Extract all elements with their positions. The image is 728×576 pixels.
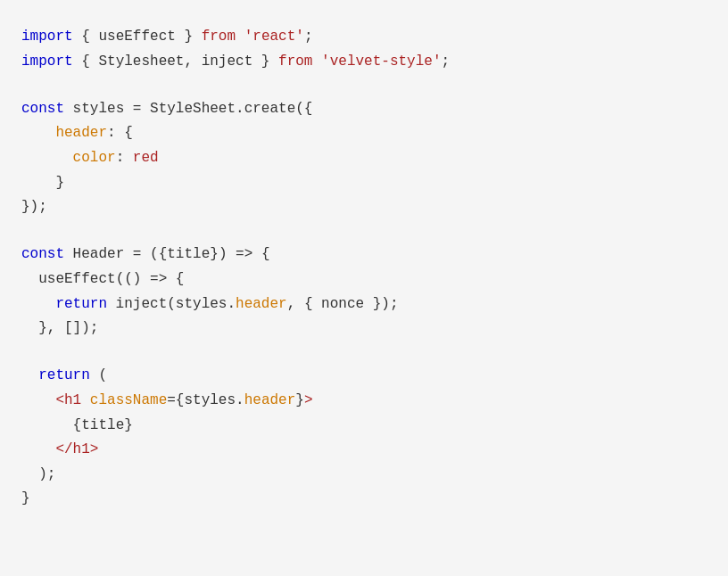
identifier-token: styles — [184, 392, 236, 408]
punctuation-token: { — [73, 417, 82, 433]
string-token: 'react' — [244, 29, 304, 45]
blank-line — [21, 74, 707, 97]
punctuation-token — [81, 392, 90, 408]
from-keyword-token: from — [202, 29, 236, 45]
blank-line — [21, 220, 707, 243]
punctuation-token — [236, 29, 244, 45]
identifier-token: useEffect — [38, 271, 115, 287]
code-line: useEffect(() => { — [21, 267, 707, 292]
from-keyword-token: from — [278, 53, 312, 70]
punctuation-token: } — [176, 29, 202, 45]
return-keyword-token: return — [55, 296, 107, 312]
indent6-token — [21, 417, 73, 433]
punctuation-token: ={ — [167, 392, 184, 408]
code-line: return ( — [21, 364, 707, 389]
identifier-token: styles = — [64, 101, 150, 117]
punctuation-token: }); — [21, 199, 47, 215]
punctuation-token: . — [227, 296, 236, 312]
identifier-token: useEffect — [98, 29, 175, 45]
code-line: import { Stylesheet, inject } from 'velv… — [21, 50, 707, 75]
indent4-token — [21, 441, 55, 457]
code-line: ); — [21, 463, 707, 488]
prop-value-token: red — [133, 150, 159, 166]
punctuation-token: ({ — [295, 101, 312, 117]
punctuation-token: } — [295, 392, 304, 408]
punctuation-token: { — [73, 53, 99, 70]
identifier-token: nonce — [321, 296, 364, 312]
indent2-token — [21, 466, 38, 482]
string-token: 'velvet-style' — [321, 53, 441, 70]
identifier-token: ) => { — [219, 246, 270, 262]
indent4-token — [21, 175, 55, 191]
code-line: import { useEffect } from 'react'; — [21, 25, 707, 50]
punctuation-token: } — [252, 53, 278, 70]
punctuation-token: . — [236, 392, 244, 408]
punctuation-token: }); — [364, 296, 398, 312]
code-line: }); — [21, 195, 707, 220]
identifier-token: StyleSheet — [150, 101, 236, 117]
identifier-token: inject — [202, 53, 253, 70]
indent2-token — [21, 271, 38, 287]
punctuation-token — [312, 53, 321, 70]
code-line: </h1> — [21, 438, 707, 463]
punctuation-token: } — [55, 175, 64, 191]
code-line: header: { — [21, 121, 707, 146]
prop-key-token: header — [55, 125, 107, 141]
identifier-token: title — [81, 417, 124, 433]
punctuation-token: ( — [167, 296, 176, 312]
punctuation-token: , — [184, 53, 201, 70]
punctuation-token: ; — [304, 29, 313, 45]
punctuation-token: . — [236, 101, 244, 117]
const-keyword-token: const — [21, 246, 64, 262]
code-line: {title} — [21, 414, 707, 439]
prop-key-token: color — [73, 150, 116, 166]
punctuation-token: ; — [442, 53, 451, 70]
punctuation-token: ( — [116, 271, 125, 287]
punctuation-token: , { — [287, 296, 321, 312]
code-line: <h1 className={styles.header}> — [21, 389, 707, 414]
import-keyword-token: import — [21, 29, 73, 45]
jsx-tag-token: > — [304, 392, 313, 408]
prop-key-token: header — [236, 296, 287, 312]
code-line: } — [21, 171, 707, 196]
indent4-token — [21, 296, 55, 312]
code-line: }, []); — [21, 317, 707, 341]
code-line: return inject(styles.header, { nonce }); — [21, 292, 707, 317]
indent4-token — [21, 392, 55, 408]
code-line: } — [21, 487, 707, 512]
punctuation-token: } — [124, 417, 133, 433]
punctuation-token: ( — [90, 367, 107, 383]
const-keyword-token: const — [21, 101, 64, 117]
indent4-token — [21, 125, 55, 141]
identifier-token: styles — [176, 296, 228, 312]
code-editor: import { useEffect } from 'react';import… — [21, 18, 707, 519]
jsx-tag-token: <h1 — [55, 392, 81, 408]
code-line: const Header = ({title}) => { — [21, 243, 707, 267]
code-line: color: red — [21, 146, 707, 171]
identifier-token: inject — [107, 296, 167, 312]
identifier-token: Stylesheet — [98, 53, 184, 70]
indent2-token — [21, 367, 38, 383]
punctuation-token: }, []); — [38, 320, 98, 336]
punctuation-token: : { — [107, 125, 133, 141]
jsx-tag-token: </h1> — [55, 441, 98, 457]
punctuation-token: () => { — [124, 271, 184, 287]
punctuation-token: { — [73, 29, 99, 45]
indent2-token — [21, 320, 38, 336]
identifier-token: Header = ( — [64, 246, 159, 262]
indent6-token — [21, 150, 73, 166]
punctuation-token: ); — [38, 466, 55, 482]
code-line: const styles = StyleSheet.create({ — [21, 97, 707, 122]
prop-key-token: header — [244, 392, 296, 408]
import-keyword-token: import — [21, 53, 73, 70]
blank-line — [21, 341, 707, 365]
return-keyword-token: return — [38, 367, 90, 383]
jsx-attr-token: className — [90, 392, 167, 408]
punctuation-token: } — [21, 490, 30, 506]
identifier-token: title — [167, 246, 210, 262]
punctuation-token: } — [210, 246, 219, 262]
punctuation-token: : — [116, 150, 133, 166]
method-token: create — [244, 101, 296, 117]
punctuation-token: { — [159, 246, 168, 262]
